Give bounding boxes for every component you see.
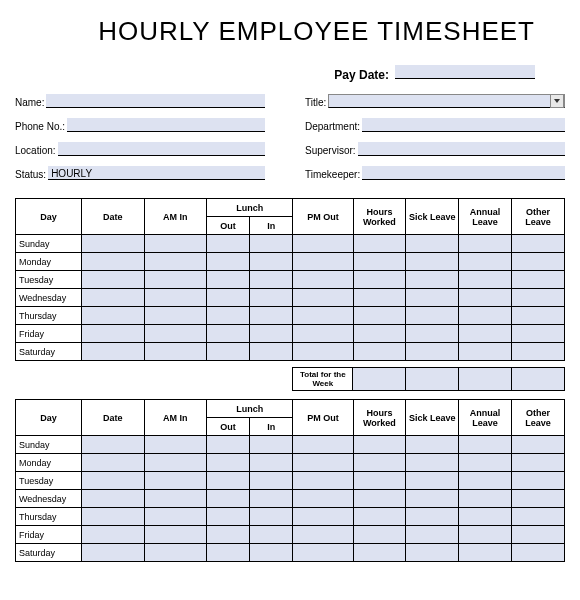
total-annual[interactable] — [459, 368, 512, 391]
data-cell[interactable] — [82, 307, 144, 325]
data-cell[interactable] — [144, 235, 206, 253]
data-cell[interactable] — [293, 490, 353, 508]
data-cell[interactable] — [206, 454, 249, 472]
data-cell[interactable] — [512, 490, 565, 508]
data-cell[interactable] — [293, 325, 353, 343]
data-cell[interactable] — [459, 271, 512, 289]
data-cell[interactable] — [353, 544, 406, 562]
data-cell[interactable] — [512, 325, 565, 343]
data-cell[interactable] — [512, 526, 565, 544]
pay-date-input[interactable] — [395, 65, 535, 79]
data-cell[interactable] — [353, 436, 406, 454]
data-cell[interactable] — [82, 343, 144, 361]
data-cell[interactable] — [459, 343, 512, 361]
data-cell[interactable] — [144, 325, 206, 343]
data-cell[interactable] — [206, 289, 249, 307]
data-cell[interactable] — [144, 253, 206, 271]
data-cell[interactable] — [406, 490, 459, 508]
data-cell[interactable] — [459, 508, 512, 526]
data-cell[interactable] — [406, 454, 459, 472]
data-cell[interactable] — [206, 490, 249, 508]
title-dropdown[interactable] — [328, 94, 565, 108]
data-cell[interactable] — [82, 544, 144, 562]
data-cell[interactable] — [459, 544, 512, 562]
data-cell[interactable] — [406, 271, 459, 289]
data-cell[interactable] — [144, 307, 206, 325]
data-cell[interactable] — [144, 436, 206, 454]
timekeeper-input[interactable] — [362, 166, 565, 180]
data-cell[interactable] — [206, 526, 249, 544]
data-cell[interactable] — [353, 307, 406, 325]
data-cell[interactable] — [353, 325, 406, 343]
data-cell[interactable] — [353, 490, 406, 508]
data-cell[interactable] — [250, 307, 293, 325]
data-cell[interactable] — [512, 472, 565, 490]
status-input[interactable]: HOURLY — [48, 166, 265, 180]
data-cell[interactable] — [459, 490, 512, 508]
data-cell[interactable] — [206, 343, 249, 361]
data-cell[interactable] — [293, 289, 353, 307]
data-cell[interactable] — [512, 289, 565, 307]
data-cell[interactable] — [293, 253, 353, 271]
data-cell[interactable] — [293, 544, 353, 562]
data-cell[interactable] — [293, 307, 353, 325]
data-cell[interactable] — [459, 526, 512, 544]
data-cell[interactable] — [206, 253, 249, 271]
data-cell[interactable] — [353, 271, 406, 289]
data-cell[interactable] — [512, 343, 565, 361]
data-cell[interactable] — [406, 472, 459, 490]
data-cell[interactable] — [82, 526, 144, 544]
data-cell[interactable] — [206, 472, 249, 490]
data-cell[interactable] — [512, 307, 565, 325]
data-cell[interactable] — [406, 544, 459, 562]
data-cell[interactable] — [144, 490, 206, 508]
data-cell[interactable] — [459, 235, 512, 253]
data-cell[interactable] — [250, 253, 293, 271]
data-cell[interactable] — [459, 472, 512, 490]
data-cell[interactable] — [250, 544, 293, 562]
data-cell[interactable] — [250, 235, 293, 253]
data-cell[interactable] — [206, 508, 249, 526]
data-cell[interactable] — [144, 289, 206, 307]
total-other[interactable] — [512, 368, 565, 391]
supervisor-input[interactable] — [358, 142, 565, 156]
data-cell[interactable] — [250, 343, 293, 361]
data-cell[interactable] — [353, 526, 406, 544]
data-cell[interactable] — [250, 436, 293, 454]
data-cell[interactable] — [144, 472, 206, 490]
data-cell[interactable] — [82, 490, 144, 508]
total-sick[interactable] — [406, 368, 459, 391]
data-cell[interactable] — [293, 508, 353, 526]
data-cell[interactable] — [512, 508, 565, 526]
data-cell[interactable] — [406, 436, 459, 454]
data-cell[interactable] — [353, 343, 406, 361]
data-cell[interactable] — [293, 235, 353, 253]
data-cell[interactable] — [512, 544, 565, 562]
data-cell[interactable] — [206, 325, 249, 343]
data-cell[interactable] — [406, 325, 459, 343]
data-cell[interactable] — [293, 472, 353, 490]
data-cell[interactable] — [406, 343, 459, 361]
data-cell[interactable] — [406, 253, 459, 271]
data-cell[interactable] — [144, 508, 206, 526]
data-cell[interactable] — [82, 253, 144, 271]
data-cell[interactable] — [250, 289, 293, 307]
data-cell[interactable] — [82, 436, 144, 454]
data-cell[interactable] — [250, 454, 293, 472]
data-cell[interactable] — [353, 472, 406, 490]
data-cell[interactable] — [250, 508, 293, 526]
department-input[interactable] — [362, 118, 565, 132]
phone-input[interactable] — [67, 118, 265, 132]
data-cell[interactable] — [250, 472, 293, 490]
data-cell[interactable] — [250, 271, 293, 289]
data-cell[interactable] — [206, 307, 249, 325]
data-cell[interactable] — [82, 325, 144, 343]
data-cell[interactable] — [82, 472, 144, 490]
data-cell[interactable] — [293, 454, 353, 472]
data-cell[interactable] — [406, 235, 459, 253]
name-input[interactable] — [46, 94, 265, 108]
data-cell[interactable] — [406, 289, 459, 307]
data-cell[interactable] — [406, 526, 459, 544]
data-cell[interactable] — [82, 289, 144, 307]
data-cell[interactable] — [250, 325, 293, 343]
